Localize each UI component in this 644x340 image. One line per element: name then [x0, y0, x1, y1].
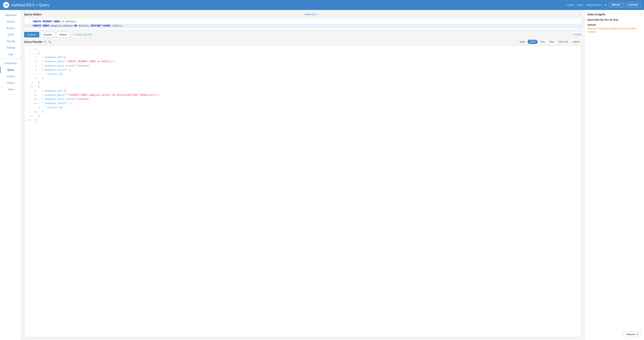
sidebar-item-dashboard[interactable]: Dashboard	[0, 12, 21, 19]
json-line-7: 7 ▾ "results" : []	[24, 72, 581, 77]
nav-help[interactable]: help ▾	[577, 4, 583, 6]
refresh-label: Refresh	[626, 333, 635, 336]
collapse-arrow-10[interactable]: ▾	[35, 86, 38, 89]
right-panel: Data Insights ⤢ Queryable By Doc ID Only…	[584, 10, 644, 340]
import-button[interactable]: IMPORT	[609, 3, 624, 7]
code-line-2: 2 CREATE INDEX adaptive_default ON defau…	[24, 24, 581, 28]
explain-button[interactable]: Explain	[41, 32, 55, 38]
json-line-12: 12 ▾ "_sequence_query" : "\nCREATE INDEX…	[24, 93, 581, 98]
refresh-icon: ↻	[636, 333, 638, 336]
top-bar: CB myNewCE6.5 > Query activity help ▾ Ad…	[0, 0, 644, 10]
history-next-button[interactable]: ›	[318, 13, 320, 16]
status-badge: ✓ success just now	[71, 33, 92, 36]
query-editor-expand-icon[interactable]: ⤢	[579, 13, 582, 16]
export-button[interactable]: EXPORT	[626, 3, 641, 7]
results-header: Query Results ⧉ 🔍 Table JSON Tree Plan P…	[24, 40, 582, 44]
status-text: success	[74, 33, 82, 36]
refresh-button[interactable]: Refresh ↻	[624, 331, 641, 337]
sidebar-item-query[interactable]: Query	[0, 67, 21, 73]
code-line-1: 1 CREATE PRIMARY INDEX on default;	[24, 20, 581, 24]
sidebar-item-documents[interactable]: Documents	[0, 60, 21, 67]
status-dot-icon: ✓	[71, 33, 74, 36]
json-line-18: 18 ▾ ]	[24, 118, 581, 122]
app-title: myNewCE6.5 > Query	[11, 3, 50, 7]
format-label: format	[575, 33, 582, 36]
history-nav: ‹ history (1/1) ›	[301, 13, 320, 16]
sidebar-item-views[interactable]: Views	[0, 86, 21, 93]
json-line-10: 10 ▾ {	[24, 85, 581, 89]
sidebar-item-servers[interactable]: Servers	[0, 19, 21, 25]
nav-admin[interactable]: Administrator ▾	[586, 4, 602, 6]
sidebar-item-settings[interactable]: Settings	[0, 45, 21, 51]
content-area: Query Editor ‹ history (1/1) › ⤢ 1 CREAT…	[21, 10, 584, 340]
json-line-2: 2 ▾ {	[24, 52, 581, 56]
json-line-16: 16 ▾ }	[24, 110, 581, 114]
json-line-11: 11 ▾ "_sequence_num" : 2 ,	[24, 89, 581, 93]
results-content: 1 ▾ [ 2 ▾ { 3 ▾ "_sequence_num" : 1	[24, 46, 582, 337]
results-header-left: Query Results ⧉ 🔍	[24, 40, 51, 43]
history-prev-button[interactable]: ‹	[301, 13, 303, 16]
query-section: Query Editor ‹ history (1/1) › ⤢ 1 CREAT…	[21, 10, 584, 340]
json-line-17: 17 ▾ }	[24, 114, 581, 118]
results-title: Query Results	[24, 40, 42, 43]
code-editor[interactable]: 1 CREATE PRIMARY INDEX on default; 2 CRE…	[24, 18, 582, 30]
history-label: history (1/1)	[304, 13, 316, 16]
top-bar-right: activity help ▾ Administrator ▾ ⚙ IMPORT…	[567, 3, 641, 7]
logo-text: CB	[4, 4, 8, 7]
top-bar-actions: ⚙ IMPORT EXPORT	[605, 3, 641, 7]
sidebar-item-logs[interactable]: Logs	[0, 51, 21, 58]
results-copy-icon[interactable]: ⧉	[44, 40, 46, 43]
data-insights-title: Data Insights	[588, 13, 606, 16]
sidebar-item-xdcr[interactable]: XDCR	[0, 32, 21, 38]
status-time: just now	[84, 33, 92, 36]
settings-icon[interactable]: ⚙	[605, 4, 607, 6]
tab-json[interactable]: JSON	[528, 40, 538, 44]
help-chevron-icon: ▾	[582, 4, 583, 6]
tab-table[interactable]: Table	[518, 40, 527, 44]
main-layout: Dashboard Servers Buckets XDCR Security …	[0, 10, 644, 340]
tab-advice[interactable]: Advice	[571, 40, 582, 44]
refresh-area: Refresh ↻	[588, 329, 641, 337]
admin-chevron-icon: ▾	[600, 4, 602, 6]
insight-error: Infer error: Keyspace default has no doc…	[588, 27, 641, 34]
query-toolbar: Execute Explain Advise ✓ success just no…	[24, 32, 582, 38]
collapse-arrow-1[interactable]: ▾	[33, 48, 35, 51]
sidebar-item-indexes[interactable]: Indexes	[0, 73, 21, 80]
execute-button[interactable]: Execute	[24, 32, 39, 38]
json-line-6: 6 ▾ "_sequence_result" : {	[24, 68, 581, 72]
collapse-arrow-2[interactable]: ▾	[35, 52, 38, 55]
json-line-4: 4 ▾ "_sequence_query" : "CREATE PRIMARY …	[24, 60, 581, 64]
json-line-13: 13 ▾ "_sequence_query_status" : "success…	[24, 97, 581, 102]
query-editor-title: Query Editor	[24, 13, 42, 16]
tab-tree[interactable]: Tree	[538, 40, 547, 44]
results-search-icon[interactable]: 🔍	[48, 40, 51, 43]
advise-button[interactable]: Advise	[56, 32, 70, 38]
json-line-3: 3 ▾ "_sequence_num" : 1 ,	[24, 56, 581, 60]
json-line-15: 15 ▾ "results" : []	[24, 106, 581, 110]
results-tabs: Table JSON Tree Plan Plan Text Advice	[518, 40, 582, 44]
json-line-9: 9 ▾ },	[24, 81, 581, 85]
json-line-14: 14 ▾ "_sequence_result" : {	[24, 102, 581, 106]
collapse-arrow-6[interactable]: ▾	[39, 69, 41, 72]
tab-plan-text[interactable]: Plan Text	[557, 40, 570, 44]
app-logo: CB	[3, 2, 9, 8]
top-bar-left: CB myNewCE6.5 > Query	[3, 2, 50, 8]
sidebar-item-buckets[interactable]: Buckets	[0, 25, 21, 32]
json-line-1: 1 ▾ [	[24, 47, 581, 52]
collapse-arrow-14[interactable]: ▾	[39, 102, 41, 105]
format-link[interactable]: ≡ format	[573, 33, 582, 36]
sidebar-item-security[interactable]: Security	[0, 38, 21, 45]
json-line-8: 8 ▾ }	[24, 76, 581, 81]
data-insights-expand-icon[interactable]: ⤢	[639, 13, 641, 16]
queryable-label: Queryable By Doc ID Only	[588, 18, 641, 21]
results-section: Query Results ⧉ 🔍 Table JSON Tree Plan P…	[24, 40, 582, 337]
sidebar: Dashboard Servers Buckets XDCR Security …	[0, 10, 21, 340]
nav-activity[interactable]: activity	[567, 4, 574, 6]
format-icon: ≡	[573, 33, 574, 36]
json-line-5: 5 ▾ "_sequence_query_status" : "success"…	[24, 64, 581, 68]
tab-plan[interactable]: Plan	[548, 40, 556, 44]
query-editor-header: Query Editor ‹ history (1/1) › ⤢	[24, 13, 582, 16]
right-panel-header: Data Insights ⤢	[588, 13, 641, 16]
default-label: default	[588, 24, 641, 26]
sidebar-item-search[interactable]: Search	[0, 80, 21, 86]
